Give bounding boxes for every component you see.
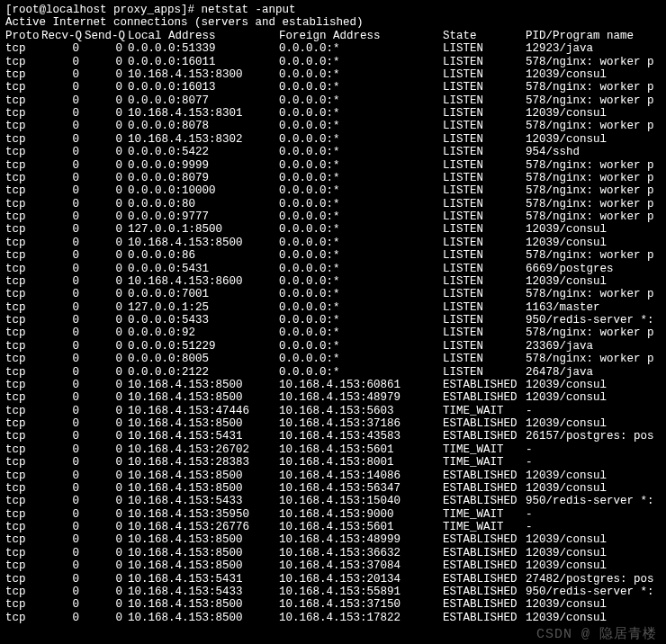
- table-row: tcp000.0.0.0:99990.0.0.0:*LISTEN578/ngin…: [5, 159, 661, 172]
- cell-proto: tcp: [5, 559, 41, 572]
- cell-local: 127.0.0.1:25: [128, 301, 279, 314]
- cell-sendq: 0: [85, 391, 128, 404]
- cell-proto: tcp: [5, 146, 41, 158]
- cell-local: 0.0.0.0:16013: [128, 81, 279, 94]
- cell-foreign: 0.0.0.0:*: [279, 263, 443, 275]
- cell-sendq: 0: [85, 353, 128, 365]
- cell-state: LISTEN: [443, 249, 526, 262]
- cell-state: ESTABLISHED: [443, 559, 526, 572]
- cell-local: 10.168.4.153:8500: [128, 612, 279, 624]
- cell-state: LISTEN: [443, 366, 526, 379]
- cell-recvq: 0: [41, 598, 85, 611]
- cell-recvq: 0: [41, 198, 85, 210]
- cell-proto: tcp: [5, 470, 41, 482]
- cell-foreign: 0.0.0.0:*: [279, 366, 443, 379]
- cell-state: TIME_WAIT: [443, 508, 526, 521]
- cell-pid: 12039/consul: [526, 533, 661, 546]
- cell-recvq: 0: [41, 172, 85, 184]
- cell-foreign: 10.168.4.153:5601: [279, 521, 443, 533]
- cell-local: 0.0.0.0:9999: [128, 159, 279, 172]
- cell-foreign: 10.168.4.153:60861: [279, 379, 443, 391]
- cell-state: LISTEN: [443, 94, 526, 107]
- cell-sendq: 0: [85, 107, 128, 120]
- cell-recvq: 0: [41, 547, 85, 559]
- cell-state: LISTEN: [443, 237, 526, 249]
- cell-pid: 950/redis-server *:: [526, 586, 661, 598]
- cell-pid: 26478/java: [526, 366, 661, 379]
- cell-proto: tcp: [5, 314, 41, 326]
- cell-foreign: 0.0.0.0:*: [279, 237, 443, 249]
- cell-pid: 12923/java: [526, 42, 661, 55]
- cell-sendq: 0: [85, 405, 128, 417]
- table-row: tcp0010.168.4.153:4744610.168.4.153:5603…: [5, 405, 661, 417]
- cell-proto: tcp: [5, 533, 41, 546]
- cell-proto: tcp: [5, 159, 41, 172]
- cell-recvq: 0: [41, 159, 85, 172]
- cell-proto: tcp: [5, 263, 41, 275]
- table-row: tcp0010.168.4.153:850010.168.4.153:17822…: [5, 612, 661, 624]
- cell-sendq: 0: [85, 263, 128, 275]
- cell-pid: 12039/consul: [526, 559, 661, 572]
- cell-recvq: 0: [41, 521, 85, 533]
- cell-state: LISTEN: [443, 288, 526, 300]
- cell-foreign: 0.0.0.0:*: [279, 314, 443, 326]
- cell-pid: 12039/consul: [526, 237, 661, 249]
- cell-proto: tcp: [5, 94, 41, 107]
- cell-state: TIME_WAIT: [443, 405, 526, 417]
- cell-local: 10.168.4.153:5431: [128, 430, 279, 443]
- cell-proto: tcp: [5, 249, 41, 262]
- header-sendq: Send-Q: [85, 30, 128, 42]
- table-row: tcp0010.168.4.153:83020.0.0.0:*LISTEN120…: [5, 133, 661, 146]
- table-row: tcp0010.168.4.153:2670210.168.4.153:5601…: [5, 443, 661, 456]
- cell-pid: 12039/consul: [526, 417, 661, 430]
- cell-recvq: 0: [41, 184, 85, 197]
- cell-local: 10.168.4.153:8500: [128, 391, 279, 404]
- header-foreign: Foreign Address: [279, 30, 443, 42]
- cell-state: ESTABLISHED: [443, 430, 526, 443]
- cell-state: LISTEN: [443, 81, 526, 94]
- cell-local: 10.168.4.153:26702: [128, 443, 279, 456]
- cell-foreign: 0.0.0.0:*: [279, 120, 443, 132]
- cell-sendq: 0: [85, 120, 128, 132]
- table-row: tcp000.0.0.0:80770.0.0.0:*LISTEN578/ngin…: [5, 94, 661, 107]
- cell-sendq: 0: [85, 495, 128, 507]
- table-row: tcp0010.168.4.153:86000.0.0.0:*LISTEN120…: [5, 275, 661, 288]
- cell-proto: tcp: [5, 612, 41, 624]
- cell-proto: tcp: [5, 120, 41, 132]
- cell-foreign: 10.168.4.153:37150: [279, 598, 443, 611]
- cell-recvq: 0: [41, 68, 85, 81]
- cell-sendq: 0: [85, 340, 128, 353]
- table-row: tcp000.0.0.0:80790.0.0.0:*LISTEN578/ngin…: [5, 172, 661, 184]
- cell-sendq: 0: [85, 237, 128, 249]
- cell-sendq: 0: [85, 482, 128, 495]
- cell-pid: 26157/postgres: pos: [526, 430, 661, 443]
- cell-foreign: 0.0.0.0:*: [279, 288, 443, 300]
- cell-proto: tcp: [5, 443, 41, 456]
- output-subtitle: Active Internet connections (servers and…: [5, 16, 661, 29]
- table-row: tcp000.0.0.0:54220.0.0.0:*LISTEN954/sshd: [5, 146, 661, 158]
- cell-recvq: 0: [41, 314, 85, 326]
- cell-pid: 12039/consul: [526, 68, 661, 81]
- cell-pid: 27482/postgres: pos: [526, 573, 661, 586]
- cell-pid: 23369/java: [526, 340, 661, 353]
- cell-sendq: 0: [85, 443, 128, 456]
- cell-local: 10.168.4.153:8500: [128, 470, 279, 482]
- cell-state: LISTEN: [443, 210, 526, 223]
- cell-foreign: 0.0.0.0:*: [279, 326, 443, 339]
- cell-sendq: 0: [85, 249, 128, 262]
- cell-state: ESTABLISHED: [443, 417, 526, 430]
- cell-local: 0.0.0.0:80: [128, 198, 279, 210]
- cell-sendq: 0: [85, 508, 128, 521]
- cell-sendq: 0: [85, 379, 128, 391]
- cell-recvq: 0: [41, 81, 85, 94]
- cell-recvq: 0: [41, 42, 85, 55]
- cell-foreign: 10.168.4.153:17822: [279, 612, 443, 624]
- cell-state: LISTEN: [443, 68, 526, 81]
- cell-local: 0.0.0.0:9777: [128, 210, 279, 223]
- cell-sendq: 0: [85, 133, 128, 146]
- cell-foreign: 10.168.4.153:55891: [279, 586, 443, 598]
- table-row: tcp0010.168.4.153:543310.168.4.153:55891…: [5, 586, 661, 598]
- cell-recvq: 0: [41, 120, 85, 132]
- cell-local: 10.168.4.153:26776: [128, 521, 279, 533]
- cell-foreign: 10.168.4.153:5601: [279, 443, 443, 456]
